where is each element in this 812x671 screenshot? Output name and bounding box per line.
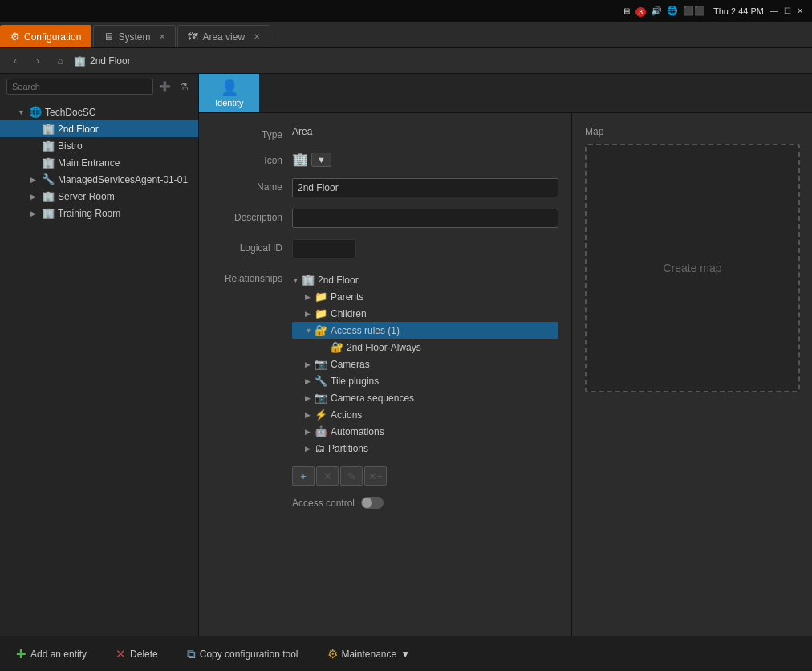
access-control-label: Access control: [292, 498, 355, 509]
rel-item-camerasequences[interactable]: ▶ 📷 Camera sequences: [292, 389, 558, 406]
accessrule1-icon: 🔐: [331, 341, 343, 353]
tree: ▼ 🌐 TechDocSC 🏢 2nd Floor 🏢 Bistro: [0, 100, 198, 636]
form-row-name: Name: [212, 178, 558, 197]
maintenance-label: Maintenance: [342, 649, 397, 660]
rel-item-parents[interactable]: ▶ 📁 Parents: [292, 288, 558, 305]
expand-rel-actions[interactable]: ▶: [305, 411, 315, 419]
tab-identity[interactable]: 👤 Identity: [199, 74, 260, 112]
rel-remove-button[interactable]: ✕: [316, 466, 339, 486]
navbar: ‹ › ⌂ 🏢 2nd Floor: [0, 48, 812, 74]
serverroom-label: Server Room: [58, 191, 115, 202]
tree-item-managedservices[interactable]: ▶ 🔧 ManagedServicesAgent-01-01: [0, 171, 198, 188]
edit-icon: ✎: [347, 470, 356, 482]
expand-rel-parents[interactable]: ▶: [305, 293, 315, 301]
rel-item-partitions[interactable]: ▶ 🗂 Partitions: [292, 440, 558, 457]
mainentrance-icon: 🏢: [42, 157, 55, 169]
expand-rel-partitions[interactable]: ▶: [305, 445, 315, 453]
content-body: Type Area Icon 🏢 ▼ Name: [199, 113, 812, 636]
forward-button[interactable]: ›: [29, 52, 47, 70]
display-icon: ⬛⬛: [683, 6, 705, 16]
delete-label: Delete: [130, 649, 158, 660]
rel-cameras-label: Cameras: [331, 359, 370, 370]
rel-item-tileplugins[interactable]: ▶ 🔧 Tile plugins: [292, 372, 558, 389]
serverroom-icon: 🏢: [42, 190, 55, 202]
form-row-icon: Icon 🏢 ▼: [212, 152, 558, 167]
maximize-button[interactable]: ☐: [782, 6, 793, 17]
logicalid-input[interactable]: [292, 239, 356, 258]
expand-rel-accessrules[interactable]: ▼: [305, 327, 315, 335]
tab-areaview-close[interactable]: ✕: [254, 32, 260, 41]
maintenance-chevron: ▼: [400, 649, 410, 660]
expand-techdocsc[interactable]: ▼: [18, 108, 29, 116]
tree-item-trainingroom[interactable]: ▶ 🏢 Training Room: [0, 205, 198, 222]
expand-rel-camerasequences[interactable]: ▶: [305, 394, 315, 402]
expand-rel-cameras[interactable]: ▶: [305, 360, 315, 368]
rel-add-button[interactable]: +: [292, 466, 315, 486]
techdocsc-icon: 🌐: [29, 106, 42, 118]
rel-item-actions[interactable]: ▶ ⚡ Actions: [292, 406, 558, 423]
tab-system-label: System: [118, 31, 150, 43]
search-filter-button[interactable]: ⚗: [176, 79, 192, 95]
maintenance-button[interactable]: ⚙ Maintenance ▼: [321, 644, 417, 665]
tab-system[interactable]: 🖥 System ✕: [93, 25, 176, 47]
search-add-button[interactable]: ➕: [156, 79, 173, 95]
expand-managed[interactable]: ▶: [30, 176, 42, 184]
tab-areaview[interactable]: 🗺 Area view ✕: [177, 25, 270, 47]
icon-dropdown-button[interactable]: ▼: [311, 152, 331, 167]
search-input[interactable]: [6, 79, 153, 95]
rel-item-cameras[interactable]: ▶ 📷 Cameras: [292, 356, 558, 372]
expand-rel-tileplugins[interactable]: ▶: [305, 377, 315, 385]
copy-config-button[interactable]: ⧉ Copy configuration tool: [181, 644, 305, 665]
children-icon: 📁: [315, 307, 327, 319]
expand-rel-automations[interactable]: ▶: [305, 428, 315, 436]
selected-icon: 🏢: [292, 152, 308, 167]
expand-serverroom[interactable]: ▶: [30, 193, 42, 201]
expand-trainingroom[interactable]: ▶: [30, 209, 42, 218]
description-input[interactable]: [292, 209, 558, 228]
type-value: Area: [292, 126, 558, 137]
window-controls[interactable]: — ☐ ✕: [769, 6, 806, 17]
add-icon: +: [300, 470, 307, 482]
icon-label: Icon: [212, 152, 292, 166]
tree-item-techdocsc[interactable]: ▼ 🌐 TechDocSC: [0, 104, 198, 120]
tree-item-bistro[interactable]: 🏢 Bistro: [0, 137, 198, 154]
rel-removeall-button[interactable]: ✕+: [364, 466, 387, 486]
tree-item-serverroom[interactable]: ▶ 🏢 Server Room: [0, 188, 198, 205]
close-button[interactable]: ✕: [794, 6, 806, 17]
2ndfloor-label: 2nd Floor: [58, 124, 99, 135]
tree-item-2ndfloor[interactable]: 🏢 2nd Floor: [0, 120, 198, 137]
notification-badge: 3: [635, 7, 646, 17]
map-area[interactable]: Create map: [585, 144, 800, 392]
rel-item-accessrule1[interactable]: 🔐 2nd Floor-Always: [292, 339, 558, 356]
rel-item-automations[interactable]: ▶ 🤖 Automations: [292, 423, 558, 440]
rel-edit-button[interactable]: ✎: [340, 466, 363, 486]
delete-button[interactable]: ✕ Delete: [109, 644, 164, 665]
rel-item-accessrules[interactable]: ▼ 🔐 Access rules (1): [292, 322, 558, 339]
tab-configuration[interactable]: ⚙ Configuration: [0, 25, 91, 47]
back-button[interactable]: ‹: [6, 52, 24, 70]
breadcrumb: 🏢 2nd Floor: [74, 55, 131, 67]
screen-icon: 🖥: [622, 6, 631, 16]
name-label: Name: [212, 178, 292, 193]
maintenance-icon: ⚙: [327, 647, 338, 661]
tab-system-close[interactable]: ✕: [159, 32, 165, 41]
add-entity-button[interactable]: ✚ Add an entity: [10, 644, 93, 665]
bistro-label: Bistro: [58, 140, 83, 152]
logicalid-label: Logical ID: [212, 239, 292, 254]
rel-item-children[interactable]: ▶ 📁 Children: [292, 305, 558, 322]
config-icon: ⚙: [10, 31, 20, 43]
expand-rel-children[interactable]: ▶: [305, 310, 315, 318]
search-bar: ➕ ⚗: [0, 74, 198, 100]
rel-accessrules-label: Access rules (1): [331, 325, 400, 336]
rel-item-root[interactable]: ▼ 🏢 2nd Floor: [292, 271, 558, 288]
expand-rel-root[interactable]: ▼: [292, 276, 302, 284]
tab-areaview-label: Area view: [202, 31, 245, 43]
wifi-icon: 🌐: [667, 6, 678, 16]
tree-item-mainentrance[interactable]: 🏢 Main Entrance: [0, 154, 198, 171]
name-value: [292, 178, 558, 197]
name-input[interactable]: [292, 178, 558, 197]
access-control-toggle[interactable]: [361, 497, 384, 509]
minimize-button[interactable]: —: [769, 6, 780, 17]
breadcrumb-label: 2nd Floor: [90, 55, 131, 67]
home-button[interactable]: ⌂: [51, 52, 69, 70]
